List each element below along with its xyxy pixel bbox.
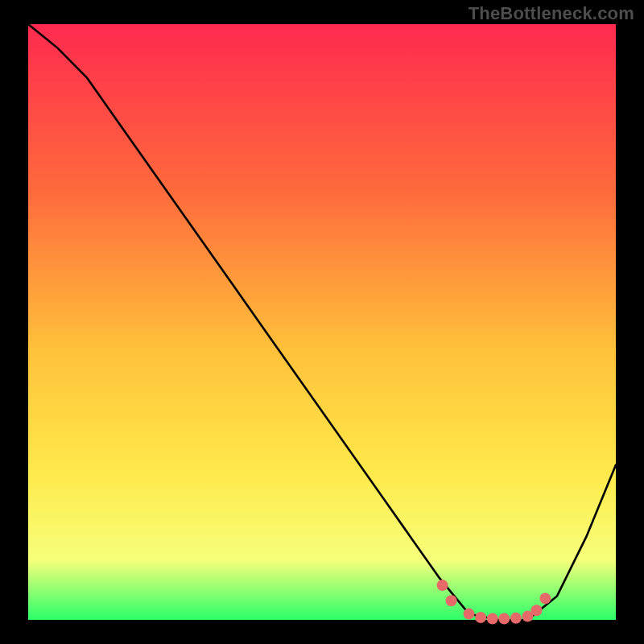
optimal-dot [446,595,457,606]
gradient-panel [28,24,616,620]
watermark: TheBottleneck.com [469,3,634,24]
optimal-dot [475,612,486,623]
optimal-dot [464,609,475,620]
optimal-dot [539,592,551,604]
chart-svg [0,0,644,644]
optimal-dot [437,580,448,591]
optimal-dot [498,613,510,625]
optimal-dot [510,613,522,624]
chart-stage: { "watermark": "TheBottleneck.com", "col… [0,0,644,644]
optimal-dot [487,613,498,625]
optimal-dot [531,605,543,616]
